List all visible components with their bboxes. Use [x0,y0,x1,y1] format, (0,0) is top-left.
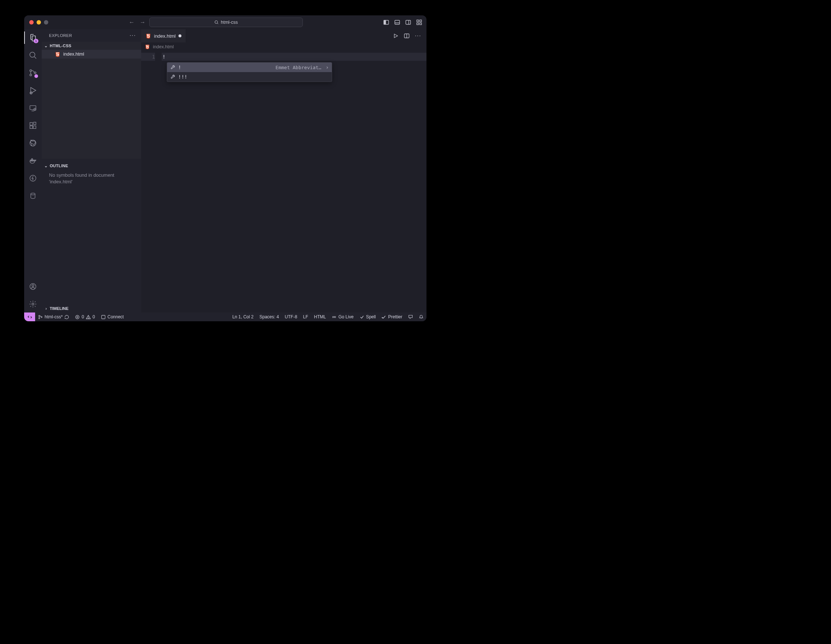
status-feedback-icon[interactable] [405,314,416,319]
svg-rect-30 [32,159,33,160]
svg-rect-8 [417,20,419,22]
outline-label: OUTLINE [50,164,68,168]
close-window-button[interactable] [29,20,33,24]
tab-modified-icon [178,34,181,37]
status-bar: html-css* 0 0 Connect Ln 1, Col 2 Spaces… [24,312,427,321]
timeline-section-header[interactable]: › TIMELINE [42,304,141,312]
file-row-index-html[interactable]: index.html [42,50,141,59]
suggest-item-1[interactable]: ! Emmet Abbreviat… › [167,62,332,72]
svg-point-39 [39,315,40,316]
toggle-primary-sidebar-icon[interactable] [383,19,389,25]
file-name: index.html [63,52,84,57]
explorer-more-button[interactable]: ··· [129,32,136,39]
svg-point-12 [30,52,35,57]
nav-forward-button[interactable]: → [140,19,146,26]
tab-index-html[interactable]: index.html [141,29,186,43]
explorer-title: EXPLORER [49,33,72,38]
suggest-hint: Emmet Abbreviat… [275,65,321,70]
code-editor[interactable]: 1 ! ! Emmet Abbreviat… › [141,51,427,312]
status-branch[interactable]: html-css* [35,312,72,321]
activity-github-icon[interactable] [28,138,38,148]
run-button-icon[interactable] [393,33,399,39]
svg-marker-17 [31,88,36,93]
split-editor-icon[interactable] [404,33,410,39]
outline-pane: ⌄ OUTLINE No symbols found in document '… [42,159,141,304]
status-cursor[interactable]: Ln 1, Col 2 [229,314,256,319]
vscode-window: ← → html-css [24,15,427,321]
svg-rect-4 [395,20,400,24]
toggle-secondary-sidebar-icon[interactable] [405,19,411,25]
workbench-body: 1 [24,29,427,312]
code-content[interactable]: ! [162,51,427,312]
activity-remote-explorer-icon[interactable] [28,103,38,113]
html5-file-icon [145,44,150,49]
svg-point-14 [30,70,32,72]
tab-label: index.html [154,33,175,39]
svg-rect-47 [101,315,105,319]
chevron-right-icon: › [44,306,48,311]
svg-rect-24 [33,126,36,128]
suggest-label: !!! [178,74,187,80]
suggest-item-2[interactable]: !!! [167,72,332,81]
command-center-search[interactable]: html-css [149,18,303,27]
code-line-1: ! [162,53,427,61]
breadcrumb[interactable]: index.html [141,43,427,51]
svg-point-46 [88,318,89,318]
activity-search-icon[interactable] [28,51,38,60]
svg-point-40 [39,317,40,319]
line-number: 1 [141,53,155,61]
status-go-live[interactable]: Go Live [329,314,356,319]
svg-point-35 [32,303,34,305]
status-eol[interactable]: LF [300,314,311,319]
status-spell[interactable]: Spell [357,314,379,319]
outline-section-header[interactable]: ⌄ OUTLINE [42,162,141,170]
toggle-panel-icon[interactable] [394,19,400,25]
maximize-window-button[interactable] [44,20,48,24]
status-connect[interactable]: Connect [98,312,127,321]
window-controls [24,20,48,24]
outline-empty-message: No symbols found in document 'index.html… [42,170,141,187]
remote-indicator[interactable] [24,312,35,321]
nav-back-button[interactable]: ← [129,19,135,26]
folder-section-header[interactable]: ⌄ HTML-CSS [42,42,141,50]
activity-source-control-icon[interactable] [28,68,38,78]
editor-group: index.html ··· index.html [141,29,427,312]
editor-more-button[interactable]: ··· [415,33,421,39]
activity-accounts-icon[interactable] [28,282,38,291]
chevron-down-icon: ⌄ [44,164,48,168]
activity-docker-icon[interactable] [28,156,38,166]
status-problems[interactable]: 0 0 [72,312,98,321]
explorer-badge: 1 [33,39,38,43]
status-prettier[interactable]: Prettier [379,314,405,319]
warnings-count: 0 [92,314,95,319]
svg-rect-10 [417,23,419,24]
status-bell-icon[interactable] [416,314,427,319]
svg-line-1 [217,23,218,24]
command-center-label: html-css [221,20,238,25]
html5-file-icon [146,33,151,39]
wrench-icon [170,74,175,80]
explorer-folder-pane: ⌄ HTML-CSS index.html [42,42,141,159]
activity-settings-icon[interactable] [28,299,38,309]
svg-rect-19 [30,106,36,110]
svg-rect-22 [30,123,33,125]
branch-name: html-css* [45,314,62,319]
status-language[interactable]: HTML [311,314,329,319]
status-indent[interactable]: Spaces: 4 [256,314,282,319]
chevron-down-icon: ⌄ [44,43,48,48]
titlebar-layout-controls [383,19,427,25]
activity-explorer-icon[interactable]: 1 [28,33,38,43]
minimize-window-button[interactable] [37,20,41,24]
nav-arrows: ← → [129,19,146,26]
status-encoding[interactable]: UTF-8 [282,314,300,319]
title-bar: ← → html-css [24,15,427,29]
activity-thunder-icon[interactable] [28,174,38,183]
activity-database-icon[interactable] [28,191,38,201]
customize-layout-icon[interactable] [416,19,422,25]
connect-label: Connect [108,314,124,319]
explorer-sidebar: EXPLORER ··· ⌄ HTML-CSS index.html ⌄ [42,29,141,312]
activity-run-debug-icon[interactable] [28,86,38,95]
activity-extensions-icon[interactable] [28,121,38,130]
html5-file-icon [55,52,60,57]
svg-rect-23 [30,126,33,128]
